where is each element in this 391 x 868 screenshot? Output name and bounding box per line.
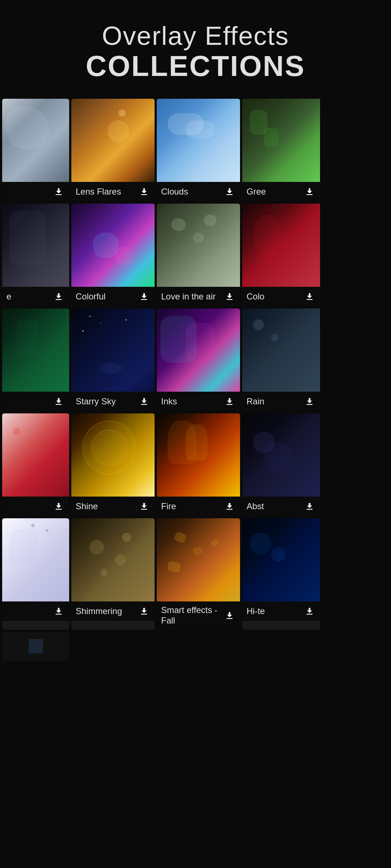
grid-item-shine[interactable]: Shine [71, 413, 155, 516]
label-bar-shine: Shine [71, 497, 155, 516]
item-label-starry-sky: Starry Sky [76, 396, 116, 407]
item-label-color-dust: Colo [247, 292, 264, 302]
label-bar-petals-dress [2, 497, 69, 516]
grid-item-hi-tech[interactable]: Hi-te [242, 518, 320, 630]
thumbnail-shine [71, 413, 155, 497]
grid-item-starry-sky[interactable]: Starry Sky [71, 309, 155, 411]
download-button-fire[interactable] [223, 500, 236, 512]
label-bar-starry-sky: Starry Sky [71, 392, 155, 411]
thumbnail-lens-flares [71, 99, 155, 182]
header-subtitle: COLLECTIONS [7, 50, 384, 82]
grid-item-colorful[interactable]: Colorful [71, 204, 155, 306]
item-label-hi-tech: Hi-te [247, 606, 265, 617]
label-bar-inks: Inks [157, 392, 240, 411]
download-button-fantasy-forest[interactable] [52, 395, 65, 408]
label-bar-color-dust: Colo [242, 287, 320, 306]
grid-item-inks[interactable]: Inks [157, 309, 240, 411]
thumbnail-water-horse [2, 99, 69, 182]
item-label-clouds: Clouds [161, 187, 188, 197]
download-button-hi-tech[interactable] [303, 605, 316, 617]
download-button-clouds[interactable] [223, 186, 236, 198]
thumbnail-starry-sky [71, 309, 155, 392]
download-button-unicorn[interactable] [52, 605, 65, 617]
download-button-rain[interactable] [303, 395, 316, 408]
item-label-lens-flares: Lens Flares [76, 187, 121, 197]
download-button-shimmering[interactable] [138, 605, 150, 617]
thumbnail-smart-effects-fall [157, 518, 240, 601]
label-bar-fantasy-forest [2, 392, 69, 411]
thumbnail-clouds [157, 99, 240, 182]
thumbnail-abstract [242, 413, 320, 497]
thumbnail-love-in-air [157, 204, 240, 287]
thumbnail-shimmering [71, 518, 155, 601]
item-label-abstract: Abst [247, 501, 264, 512]
grid-item-color-dust[interactable]: Colo [242, 204, 320, 306]
download-button-colorful[interactable] [138, 290, 150, 303]
thumbnail-rain [242, 309, 320, 392]
grid-item-smart-effects-fall[interactable]: Smart effects -Fall [157, 518, 240, 630]
label-bar-water-horse [2, 182, 69, 201]
grid-item-shimmering[interactable]: Shimmering [71, 518, 155, 630]
grid-item-love-in-air[interactable]: Love in the air [157, 204, 240, 306]
thumbnail-smoky-guitar [2, 204, 69, 287]
download-button-starry-sky[interactable] [138, 395, 150, 408]
thumbnail-color-dust [242, 204, 320, 287]
label-bar-hi-tech: Hi-te [242, 601, 320, 621]
grid-item-fire[interactable]: Fire [157, 413, 240, 516]
download-button-shine[interactable] [138, 500, 150, 512]
thumbnail-hi-tech [242, 518, 320, 601]
item-label-colorful: Colorful [76, 292, 106, 302]
label-bar-lens-flares: Lens Flares [71, 182, 155, 201]
header-title: Overlay Effects [7, 22, 384, 50]
thumbnail-inks [157, 309, 240, 392]
grid-item-water-horse[interactable] [2, 99, 69, 201]
thumbnail-fantasy-forest [2, 309, 69, 392]
download-button-abstract[interactable] [303, 500, 316, 512]
grid-item-lens-flares[interactable]: Lens Flares [71, 99, 155, 201]
grid-item-rain[interactable]: Rain [242, 309, 320, 411]
thumbnail-unicorn [2, 518, 69, 601]
download-button-inks[interactable] [223, 395, 236, 408]
download-button-smoky-guitar[interactable] [52, 290, 65, 303]
item-label-smoky-guitar: e [7, 292, 11, 302]
grid-item-green[interactable]: Gree [242, 99, 320, 201]
download-button-lens-flares[interactable] [138, 186, 150, 198]
label-bar-green: Gree [242, 182, 320, 201]
download-button-petals-dress[interactable] [52, 500, 65, 512]
thumbnail-green [242, 99, 320, 182]
item-label-smart-effects-fall: Smart effects -Fall [161, 605, 218, 626]
thumbnail-petals-dress [2, 413, 69, 497]
item-label-green: Gree [247, 187, 266, 197]
label-bar-colorful: Colorful [71, 287, 155, 306]
page-header: Overlay Effects COLLECTIONS [0, 0, 391, 97]
thumbnail-fire [157, 413, 240, 497]
download-button-green[interactable] [303, 186, 316, 198]
label-bar-love-in-air: Love in the air [157, 287, 240, 306]
grid-item-clouds[interactable]: Clouds [157, 99, 240, 201]
download-button-smart-effects-fall[interactable] [223, 609, 236, 622]
download-button-water-horse[interactable] [52, 186, 65, 198]
download-button-color-dust[interactable] [303, 290, 316, 303]
label-bar-shimmering: Shimmering [71, 601, 155, 621]
label-bar-rain: Rain [242, 392, 320, 411]
label-bar-unicorn [2, 601, 69, 621]
label-bar-smart-effects-fall: Smart effects -Fall [157, 601, 240, 630]
item-label-shine: Shine [76, 501, 98, 512]
grid-item-petals-dress[interactable] [2, 413, 69, 516]
grid-item-unicorn[interactable] [2, 518, 69, 630]
label-bar-fire: Fire [157, 497, 240, 516]
item-label-inks: Inks [161, 396, 177, 407]
item-label-rain: Rain [247, 396, 264, 407]
grid-item-fantasy-forest[interactable] [2, 309, 69, 411]
label-bar-abstract: Abst [242, 497, 320, 516]
effects-grid: Lens Flares Clouds Gree [0, 97, 391, 632]
item-label-love-in-air: Love in the air [161, 292, 216, 302]
thumbnail-colorful [71, 204, 155, 287]
grid-item-smoky-guitar[interactable]: e [2, 204, 69, 306]
label-bar-smoky-guitar: e [2, 287, 69, 306]
item-label-shimmering: Shimmering [76, 606, 122, 617]
download-button-love-in-air[interactable] [223, 290, 236, 303]
label-bar-clouds: Clouds [157, 182, 240, 201]
grid-item-abstract[interactable]: Abst [242, 413, 320, 516]
item-label-fire: Fire [161, 501, 176, 512]
